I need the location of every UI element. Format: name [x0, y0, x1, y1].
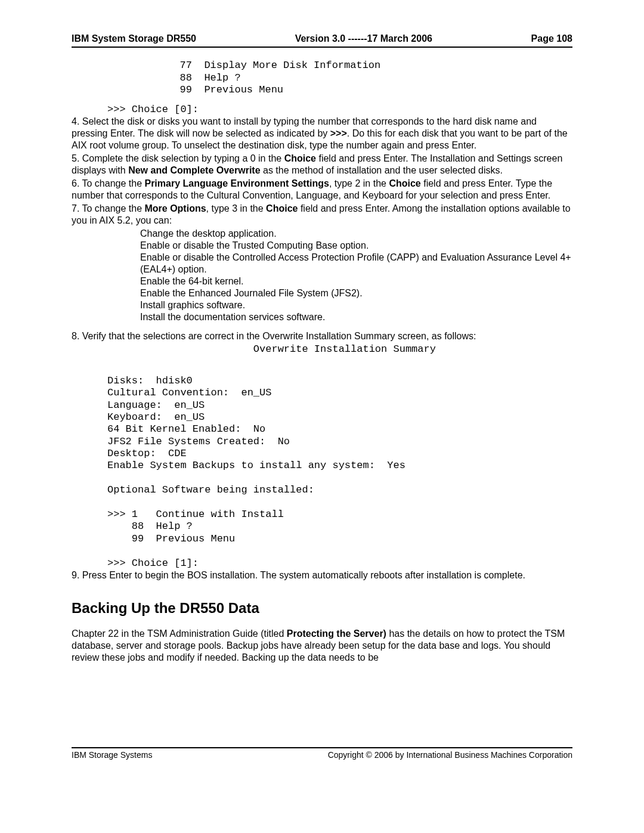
choice-prompt-0: >>> Choice [0]: — [107, 104, 572, 116]
section-heading: Backing Up the DR550 Data — [72, 599, 572, 617]
options-list: Change the desktop application. Enable o… — [140, 228, 572, 323]
option-item: Install the documentation services softw… — [140, 311, 572, 323]
step-8: 8. Verify that the selections are correc… — [72, 330, 572, 342]
header-right: Page 108 — [531, 33, 572, 45]
header-left: IBM System Storage DR550 — [72, 33, 196, 45]
footer-left: IBM Storage Systems — [72, 750, 152, 761]
menu-block-1: 77 Display More Disk Information 88 Help… — [131, 48, 572, 97]
option-item: Enable the 64-bit kernel. — [140, 275, 572, 287]
header-center: Version 3.0 ------17 March 2006 — [295, 33, 432, 45]
step-6: 6. To change the Primary Language Enviro… — [72, 178, 572, 202]
option-item: Change the desktop application. — [140, 228, 572, 240]
summary-block: Disks: hdisk0 Cultural Convention: en_US… — [107, 363, 572, 569]
footer-right: Copyright © 2006 by International Busine… — [328, 750, 572, 761]
option-item: Enable the Enhanced Journaled File Syste… — [140, 287, 572, 299]
step-9: 9. Press Enter to begin the BOS installa… — [72, 569, 572, 581]
summary-title: Overwrite Installation Summary — [107, 343, 572, 355]
section-paragraph: Chapter 22 in the TSM Administration Gui… — [72, 628, 572, 664]
option-item: Enable or disable the Controlled Access … — [140, 252, 572, 275]
option-item: Install graphics software. — [140, 299, 572, 311]
step-5: 5. Complete the disk selection by typing… — [72, 153, 572, 176]
page-footer: IBM Storage Systems Copyright © 2006 by … — [72, 747, 572, 761]
step-4: 4. Select the disk or disks you want to … — [72, 116, 572, 151]
page-header: IBM System Storage DR550 Version 3.0 ---… — [72, 33, 572, 48]
step-7: 7. To change the More Options, type 3 in… — [72, 203, 572, 227]
option-item: Enable or disable the Trusted Computing … — [140, 240, 572, 252]
